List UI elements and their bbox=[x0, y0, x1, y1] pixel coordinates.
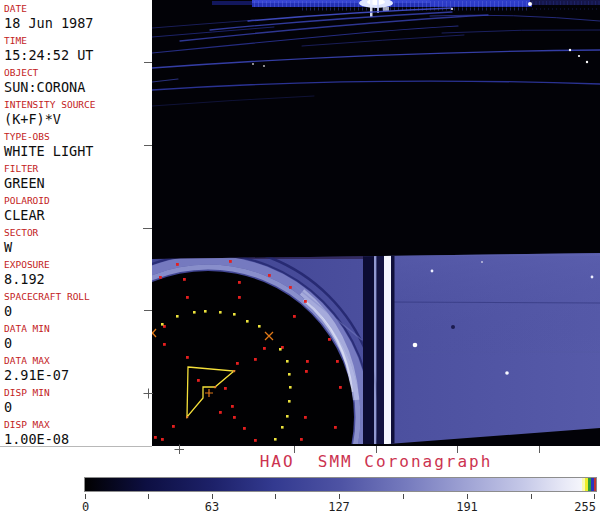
field-value: 0 bbox=[4, 335, 152, 352]
colorbar-flag-red bbox=[594, 478, 597, 491]
coronagraph-image bbox=[152, 0, 600, 446]
field-label: INTENSITY SOURCE bbox=[4, 99, 152, 111]
field-label: SECTOR bbox=[4, 227, 152, 239]
colorbar-tick bbox=[212, 494, 213, 499]
field-label: OBJECT bbox=[4, 67, 152, 79]
exposure-region bbox=[152, 246, 600, 446]
colorbar-tick bbox=[594, 494, 595, 499]
colorbar-tick-label: 63 bbox=[192, 500, 232, 512]
field-value: 15:24:52 UT bbox=[4, 47, 152, 64]
field-label: TIME bbox=[4, 35, 152, 47]
field-label: POLAROID bbox=[4, 195, 152, 207]
colorbar-tick bbox=[339, 494, 340, 499]
field-value: GREEN bbox=[4, 175, 152, 192]
field-label: DISP MAX bbox=[4, 419, 152, 431]
field-value: 18 Jun 1987 bbox=[4, 15, 152, 32]
colorbar-tick bbox=[403, 494, 404, 499]
field-time: TIME15:24:52 UT bbox=[0, 32, 152, 64]
metadata-sidebar: DATE18 Jun 1987 TIME15:24:52 UT OBJECTSU… bbox=[0, 0, 152, 447]
field-data-max: DATA MAX2.91E-07 bbox=[0, 352, 152, 384]
field-label: FILTER bbox=[4, 163, 152, 175]
field-exposure: EXPOSURE8.192 bbox=[0, 256, 152, 288]
colorbar-gradient bbox=[84, 477, 597, 492]
field-value: 0 bbox=[4, 303, 152, 320]
field-intensity-source: INTENSITY SOURCE(K+F)*V bbox=[0, 96, 152, 128]
colorbar-tick bbox=[275, 494, 276, 499]
field-label: DISP MIN bbox=[4, 387, 152, 399]
colorbar-tick-label: 191 bbox=[447, 500, 487, 512]
field-object: OBJECTSUN:CORONA bbox=[0, 64, 152, 96]
field-date: DATE18 Jun 1987 bbox=[0, 0, 152, 32]
field-label: DATA MAX bbox=[4, 355, 152, 367]
field-label: DATE bbox=[4, 3, 152, 15]
field-disp-min: DISP MIN0 bbox=[0, 384, 152, 416]
bright-column bbox=[363, 250, 395, 446]
colorbar-tick-label: 0 bbox=[82, 500, 102, 512]
field-value: W bbox=[4, 239, 152, 256]
field-polaroid: POLAROIDCLEAR bbox=[0, 192, 152, 224]
field-filter: FILTERGREEN bbox=[0, 160, 152, 192]
colorbar-tick bbox=[467, 494, 468, 499]
colorbar-tick-label: 255 bbox=[556, 500, 596, 512]
field-value: SUN:CORONA bbox=[4, 79, 152, 96]
colorbar: 0 63 127 191 255 bbox=[84, 477, 600, 511]
field-value: 2.91E-07 bbox=[4, 367, 152, 384]
field-value: 8.192 bbox=[4, 271, 152, 288]
field-value: 0 bbox=[4, 399, 152, 416]
field-label: DATA MIN bbox=[4, 323, 152, 335]
field-value: WHITE LIGHT bbox=[4, 143, 152, 160]
colorbar-tick-label: 127 bbox=[319, 500, 359, 512]
field-type-obs: TYPE-OBSWHITE LIGHT bbox=[0, 128, 152, 160]
field-disp-max: DISP MAX1.00E-08 bbox=[0, 416, 152, 448]
field-label: SPACECRAFT ROLL bbox=[4, 291, 152, 303]
field-data-min: DATA MIN0 bbox=[0, 320, 152, 352]
field-value: CLEAR bbox=[4, 207, 152, 224]
colorbar-tick bbox=[85, 494, 86, 499]
colorbar-tick bbox=[148, 494, 149, 499]
field-value: (K+F)*V bbox=[4, 111, 152, 128]
field-sector: SECTORW bbox=[0, 224, 152, 256]
image-title: HAO SMM Coronagraph bbox=[152, 452, 600, 471]
field-spacecraft-roll: SPACECRAFT ROLL0 bbox=[0, 288, 152, 320]
field-label: EXPOSURE bbox=[4, 259, 152, 271]
coronagraph-image-canvas bbox=[152, 0, 600, 446]
smm-coronagraph-viewer: DATE18 Jun 1987 TIME15:24:52 UT OBJECTSU… bbox=[0, 0, 600, 512]
colorbar-tick bbox=[531, 494, 532, 499]
field-value: 1.00E-08 bbox=[4, 431, 152, 448]
field-label: TYPE-OBS bbox=[4, 131, 152, 143]
